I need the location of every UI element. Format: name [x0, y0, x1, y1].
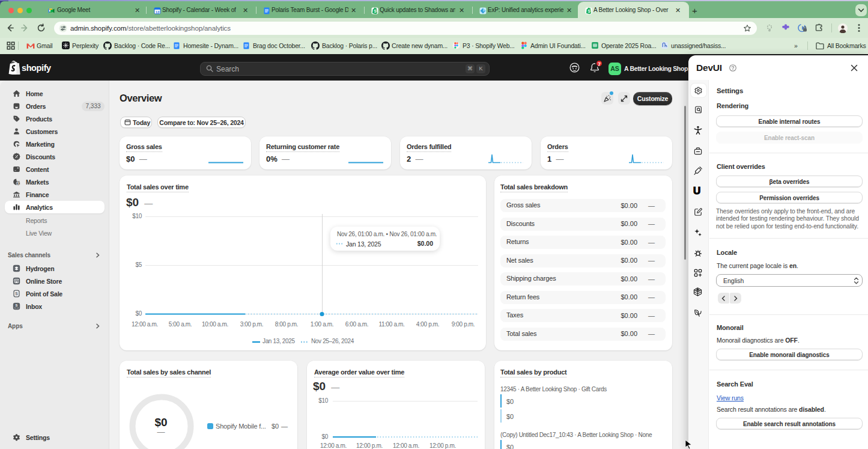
svg-text:S: S [15, 292, 18, 296]
svg-text:S: S [16, 304, 18, 307]
svg-text:$: $ [17, 182, 19, 185]
svg-text:S: S [374, 9, 377, 13]
svg-text:S: S [588, 9, 591, 13]
svg-text:13: 13 [156, 10, 160, 14]
